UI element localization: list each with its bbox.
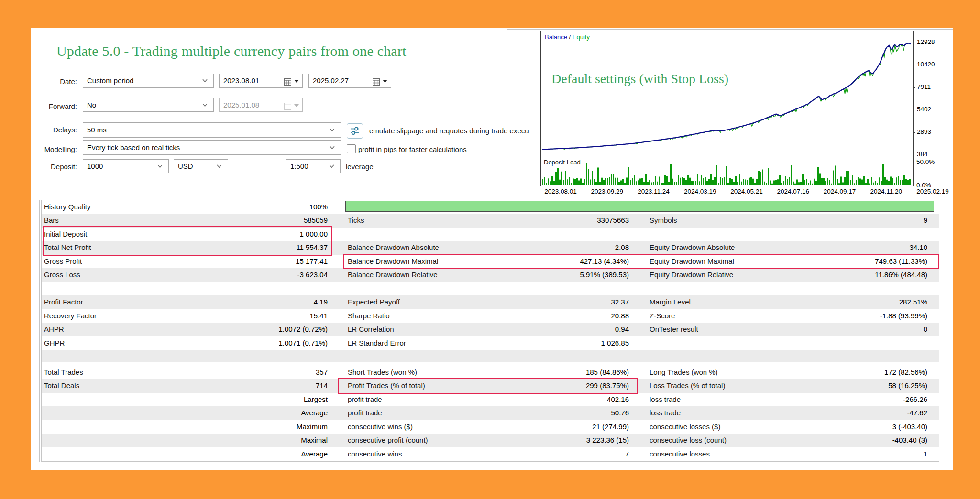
currency-dropdown[interactable]: USD [174,159,228,173]
table-spacer-row [42,350,939,362]
table-cell: 172 (82.56%) [750,366,927,379]
x-axis-tick-label: 2024.07.16 [771,188,815,195]
table-cell: -266.26 [750,393,927,406]
modelling-label: Modelling: [24,145,77,153]
table-cell: 20.88 [453,309,629,323]
chevron-down-icon [330,146,335,150]
x-axis-tick-label: 2024.11.20 [865,188,908,195]
tick-mark [913,65,915,65]
table-cell: 11.86% (484.48) [750,268,927,282]
leverage-dropdown[interactable]: 1:500 [286,159,341,173]
table-cell: 0 [750,323,927,336]
table-left-border2 [41,200,42,462]
date-label: Date: [24,77,77,86]
tick-mark [913,132,915,133]
table-cell: 0.94 [453,323,629,336]
deposit-load-label: Deposit Load [544,159,581,166]
leverage-value: 1:500 [290,162,308,170]
page-title: Update 5.0 - Trading multiple currency p… [56,43,407,59]
x-axis-tick-label: 2023.11.24 [632,188,675,195]
date-mode-dropdown[interactable]: Custom period [83,74,214,88]
table-row: Largestprofit trade402.16loss trade-266.… [42,393,939,406]
date-to-field[interactable]: 2025.02.27 [308,74,391,88]
table-cell: 32.37 [453,295,629,309]
table-cell: 282.51% [750,295,927,309]
table-cell: -403.40 (3) [750,434,927,447]
forward-mode-value: No [87,101,96,109]
chart-legend: Balance / Equity [545,33,590,41]
forward-date-value: 2025.01.08 [223,101,259,109]
table-cell: -3 623.04 [195,268,328,282]
table-row: Recovery Factor15.41Sharpe Ratio20.88Z-S… [42,309,939,323]
table-cell: 15.41 [195,309,328,323]
x-axis-tick-label: 2024.03.19 [679,188,722,195]
balance-chart: Balance / Equity Default settings (with … [540,31,914,158]
report-top-edge [507,29,953,30]
table-cell: Maximal [195,434,328,447]
profit-in-pips-checkbox[interactable] [347,144,356,153]
x-axis-tick-label: 2025.02.19 [911,188,954,195]
tick-mark [913,162,915,162]
delays-dropdown[interactable]: 50 ms [83,122,341,138]
chevron-down-icon [329,164,334,168]
table-left-border [39,200,40,462]
deposit-load-chart: Deposit Load [540,157,914,186]
table-row: Profit Factor4.19Expected Payoff32.37Mar… [42,295,939,309]
table-cell: 1.0072 (0.72%) [195,323,328,336]
delays-label: Delays: [24,126,77,134]
table-cell: 3 223.36 (15) [453,434,629,447]
y-axis-tick-label: 2893 [917,128,931,135]
page: Update 5.0 - Trading multiple currency p… [0,0,980,499]
chevron-down-icon [202,79,208,83]
tick-mark [913,43,915,43]
table-row: Bars585059Ticks33075663Symbols9 [42,214,939,227]
table-cell: 9 [750,214,927,227]
table-cell: 100% [195,200,328,214]
table-cell: 585059 [195,214,328,227]
table-cell: 58 (16.25%) [750,379,927,392]
table-row: Total Trades357Short Trades (won %)185 (… [42,366,939,379]
deposit-dropdown[interactable]: 1000 [83,159,169,173]
slippage-settings-button[interactable] [347,123,363,139]
forward-date-field: 2025.01.08 [219,98,303,112]
table-row: Averageprofit trade50.76loss trade-47.62 [42,406,939,420]
table-cell: -1.88 (93.99%) [750,309,927,323]
highlight-profit-trades [338,378,638,394]
table-cell: 50.76 [453,406,629,420]
table-cell: 185 (84.86%) [453,366,629,379]
table-cell: 3 (-403.40) [750,420,927,434]
table-cell: 1 [750,447,927,461]
forward-mode-dropdown[interactable]: No [83,98,214,112]
table-row: Averageconsecutive wins7consecutive loss… [42,447,939,461]
table-cell: 402.16 [453,393,629,406]
y-axis-tick-label: 12928 [917,38,935,45]
y-axis-tick-label: 384 [917,151,928,158]
highlight-initial-deposit-net-profit [43,226,332,256]
x-axis-tick-label: 2023.09.29 [585,188,628,195]
legend-separator: / [567,33,573,41]
x-axis-tick-label: 2024.05.21 [725,188,768,195]
leverage-note: leverage [346,163,374,171]
table-row: Maximumconsecutive wins ($)21 (274.99)co… [42,420,939,434]
table-cell: 21 (274.99) [453,420,629,434]
table-cell: Average [195,406,328,420]
chevron-down-icon [157,164,163,168]
currency-value: USD [178,162,193,170]
date-from-field[interactable]: 2023.08.01 [219,74,303,88]
calendar-icon-disabled [284,101,299,109]
modelling-dropdown[interactable]: Every tick based on real ticks [83,140,341,155]
table-row: Gross Loss-3 623.04Balance Drawdown Rela… [42,268,939,282]
highlight-drawdown-maximal [343,254,939,269]
deposit-label: Deposit: [24,163,77,171]
tick-mark [913,186,915,186]
table-cell: 5.91% (389.53) [453,268,629,282]
dropdown-arrow-icon [294,104,299,107]
table-cell: 1.0071 (0.71%) [195,336,328,350]
table-row: AHPR1.0072 (0.72%)LR Correlation0.94OnTe… [42,323,939,336]
date-from-value: 2023.08.01 [223,76,259,85]
legend-balance: Balance [545,33,567,41]
table-cell: 34.10 [750,241,927,254]
calendar-icon[interactable] [372,77,387,85]
calendar-icon[interactable] [284,77,299,85]
deposit-load-bars [541,157,913,186]
